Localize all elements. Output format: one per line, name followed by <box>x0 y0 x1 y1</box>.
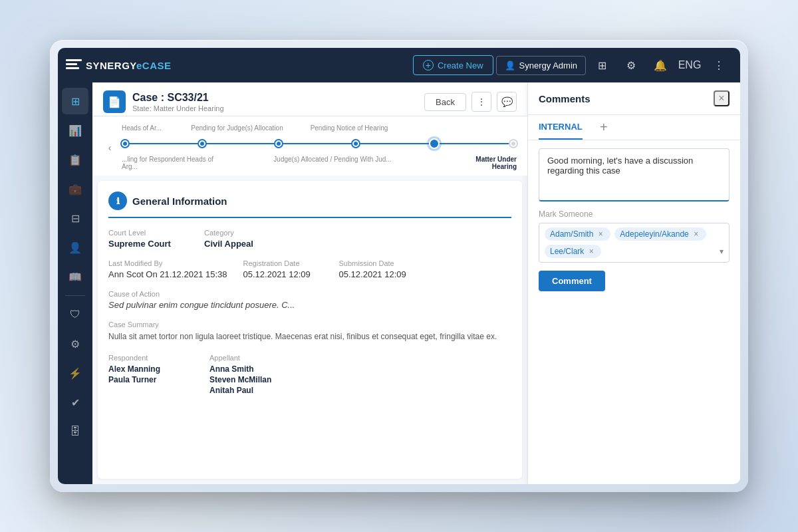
sidebar-item-network[interactable]: ⚡ <box>62 360 88 386</box>
registration-date-label: Registration Date <box>243 259 323 267</box>
section-title: ℹ General Information <box>108 192 511 218</box>
sidebar: ⊞ 📊 📋 💼 ⊟ 👤 📖 🛡 ⚙ ⚡ ✔ 🗄 <box>58 82 92 484</box>
comments-title: Comments <box>539 93 591 104</box>
case-header: 📄 Case : SC33/21 State: Matter Under Hea… <box>92 82 527 116</box>
case-body: ℹ General Information Court Level Suprem… <box>98 181 522 479</box>
respondent-label: Respondent <box>108 354 188 362</box>
mark-someone-label: Mark Someone <box>539 209 730 219</box>
sidebar-item-gear[interactable]: ⚙ <box>62 331 88 357</box>
category-value: Civil Appeal <box>204 239 284 249</box>
sidebar-item-check[interactable]: ✔ <box>62 389 88 416</box>
appellant-field: Appellant Anna Smith Steven McMillan Ani… <box>209 354 289 396</box>
registration-date-field: Registration Date 05.12.2021 12:09 <box>243 259 323 279</box>
tag-1: Adepeleyin/Akande × <box>614 227 706 241</box>
timeline-dot-1 <box>199 140 205 147</box>
back-button[interactable]: Back <box>424 93 466 111</box>
notifications-button[interactable]: 🔔 <box>647 52 674 78</box>
appellant-name-0: Anna Smith <box>209 364 289 374</box>
sidebar-item-db[interactable]: 🗄 <box>62 418 88 445</box>
comments-close-button[interactable]: × <box>714 90 730 106</box>
timeline-label-top-2: Pending Notice of Hearing <box>299 124 399 132</box>
case-chat-button[interactable]: 💬 <box>497 92 517 112</box>
timeline-labels-top: Heads of Ar... Pending for Judge(s) Allo… <box>122 124 517 132</box>
sidebar-item-shield[interactable]: 🛡 <box>62 301 88 328</box>
case-title-area: 📄 Case : SC33/21 State: Matter Under Hea… <box>103 90 224 113</box>
create-new-button[interactable]: + Create New <box>413 55 493 75</box>
submission-date-field: Submission Date 05.12.2021 12:09 <box>339 259 419 279</box>
tag-1-close[interactable]: × <box>692 229 701 239</box>
comment-submit-button[interactable]: Comment <box>539 271 605 291</box>
main-content: ⊞ 📊 📋 💼 ⊟ 👤 📖 🛡 ⚙ ⚡ ✔ 🗄 <box>58 82 740 484</box>
tag-2-close[interactable]: × <box>587 247 596 256</box>
more-options-button[interactable]: ⋮ <box>706 52 732 78</box>
comments-panel: Comments × INTERNAL + Mark Someone <box>527 82 740 484</box>
comments-tabs: INTERNAL + <box>528 115 740 140</box>
tags-chevron-icon: ▾ <box>720 247 724 256</box>
navbar: SYNERGYeCASE + Create New 👤 Synergy Admi… <box>58 48 740 82</box>
timeline-nav: ‹ Heads of Ar... Pending for Judge(s) Al… <box>103 124 517 170</box>
screen: SYNERGYeCASE + Create New 👤 Synergy Admi… <box>58 48 740 484</box>
respondent-field: Respondent Alex Manning Paula Turner <box>108 354 188 396</box>
registration-date-value: 05.12.2021 12:09 <box>243 269 323 279</box>
sidebar-item-chart[interactable]: 📊 <box>62 117 88 144</box>
tab-add-button[interactable]: + <box>596 120 612 136</box>
timeline-label-top-1: Pending for Judge(s) Allocation <box>188 124 287 132</box>
cause-value: Sed pulvinar enim congue tincidunt posue… <box>108 300 511 310</box>
timeline-label-top-4 <box>464 124 517 132</box>
last-modified-label: Last Modified By <box>108 259 227 267</box>
language-button[interactable]: ENG <box>676 52 703 78</box>
content-area: 📄 Case : SC33/21 State: Matter Under Hea… <box>92 82 740 484</box>
last-modified-field: Last Modified By Ann Scot On 21.12.2021 … <box>108 259 227 279</box>
user-menu-button[interactable]: 👤 Synergy Admin <box>496 56 586 75</box>
submission-date-label: Submission Date <box>339 259 419 267</box>
sidebar-item-doc[interactable]: 📋 <box>62 146 88 173</box>
tag-0: Adam/Smith × <box>545 227 610 241</box>
case-more-button[interactable]: ⋮ <box>471 92 491 112</box>
brand: SYNERGYeCASE <box>66 59 172 71</box>
summary-label: Case Summary <box>108 321 511 329</box>
sidebar-divider <box>65 295 85 296</box>
device-wrapper: SYNERGYeCASE + Create New 👤 Synergy Admi… <box>50 40 748 492</box>
create-new-plus-icon: + <box>423 60 434 70</box>
timeline-dot-5 <box>510 140 517 147</box>
timeline-prev-button[interactable]: ‹ <box>103 141 116 154</box>
court-level-label: Court Level <box>108 229 188 237</box>
sidebar-item-table[interactable]: ⊟ <box>62 205 88 231</box>
timeline-labels-bottom: ...ling for Respondent Heads of Arg... J… <box>122 156 517 170</box>
case-state: State: Matter Under Hearing <box>132 104 224 112</box>
section-icon: ℹ <box>108 192 127 210</box>
grid-view-button[interactable]: ⊞ <box>589 52 615 78</box>
category-label: Category <box>204 229 284 237</box>
timeline-line-container <box>122 136 517 152</box>
user-icon: 👤 <box>505 61 515 70</box>
tab-internal[interactable]: INTERNAL <box>539 115 583 140</box>
parties-row: Respondent Alex Manning Paula Turner App… <box>108 354 511 396</box>
timeline-label-bottom-0: ...ling for Respondent Heads of Arg... <box>122 156 215 170</box>
appellant-name-2: Anitah Paul <box>209 386 289 395</box>
timeline-dot-3 <box>352 140 359 147</box>
comments-body: Mark Someone Adam/Smith × Adepeleyin/Aka… <box>528 140 740 484</box>
case-title: Case : SC33/21 <box>132 92 224 104</box>
timeline-label-bottom-2: Matter Under Hearing <box>450 156 517 170</box>
sidebar-item-person[interactable]: 👤 <box>62 234 88 261</box>
last-modified-value: Ann Scot On 21.12.2021 15:38 <box>108 269 227 279</box>
category-field: Category Civil Appeal <box>204 229 284 249</box>
sidebar-item-book[interactable]: 📖 <box>62 263 88 290</box>
timeline-dot-2 <box>275 140 282 147</box>
court-level-value: Supreme Court <box>108 239 188 249</box>
mark-someone-section: Mark Someone Adam/Smith × Adepeleyin/Aka… <box>539 209 730 263</box>
case-title-text: Case : SC33/21 State: Matter Under Heari… <box>132 92 224 112</box>
dates-row: Last Modified By Ann Scot On 21.12.2021 … <box>108 259 511 279</box>
tag-0-close[interactable]: × <box>596 229 605 239</box>
progress-timeline: ‹ Heads of Ar... Pending for Judge(s) Al… <box>92 116 527 176</box>
sidebar-item-briefcase[interactable]: 💼 <box>62 176 88 202</box>
court-category-row: Court Level Supreme Court Category Civil… <box>108 229 511 249</box>
timeline-dots <box>122 138 517 149</box>
case-header-top: 📄 Case : SC33/21 State: Matter Under Hea… <box>103 90 517 113</box>
sidebar-item-grid[interactable]: ⊞ <box>62 88 88 114</box>
comment-input[interactable] <box>539 148 730 201</box>
tags-container[interactable]: Adam/Smith × Adepeleyin/Akande × Lee/Cla… <box>539 223 730 263</box>
settings-icon-button[interactable]: ⚙ <box>618 52 644 78</box>
case-panel: 📄 Case : SC33/21 State: Matter Under Hea… <box>92 82 527 484</box>
timeline-dot-4 <box>429 138 440 149</box>
